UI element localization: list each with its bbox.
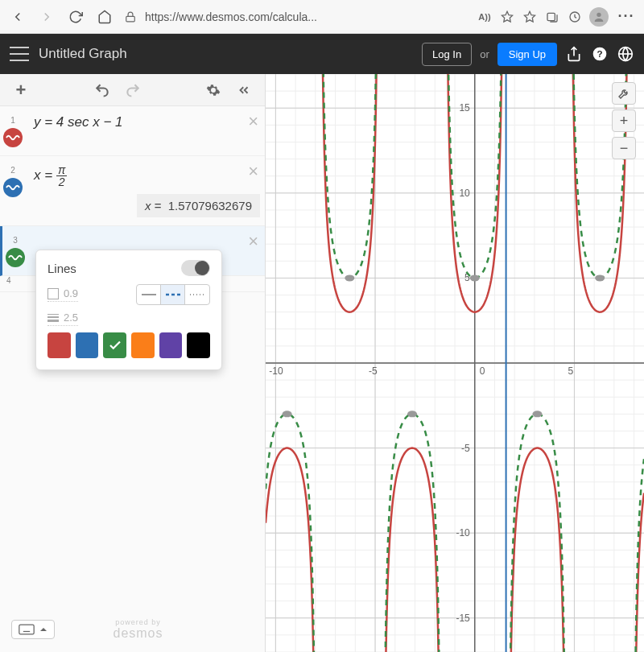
delete-expression-icon[interactable]: × xyxy=(248,113,258,130)
color-swatch-purple[interactable] xyxy=(159,332,183,358)
svg-text:?: ? xyxy=(597,48,602,59)
color-swatch-green[interactable] xyxy=(103,332,126,358)
color-swatch-red[interactable] xyxy=(47,332,71,358)
color-swatch-row xyxy=(47,332,210,358)
svg-marker-1 xyxy=(502,11,512,22)
svg-rect-0 xyxy=(126,16,135,21)
zoom-out-button[interactable]: − xyxy=(612,137,636,159)
line-style-popover: Lines 0.9 2.5 xyxy=(35,250,222,370)
add-expression-button[interactable]: + xyxy=(10,79,32,101)
more-menu-button[interactable]: ··· xyxy=(615,6,638,28)
help-icon[interactable]: ? xyxy=(591,45,609,63)
read-aloud-icon[interactable]: A)) xyxy=(477,9,493,25)
favorite-star-icon[interactable] xyxy=(499,9,515,25)
expression-row[interactable]: 1 y = 4 sec x − 1 × xyxy=(0,106,265,156)
collapse-sidebar-button[interactable] xyxy=(233,79,255,101)
line-style-solid[interactable] xyxy=(137,285,161,304)
expression-number: 3 xyxy=(13,236,18,245)
expression-number: 1 xyxy=(10,116,15,125)
home-button[interactable] xyxy=(93,6,116,28)
language-icon[interactable] xyxy=(617,45,634,63)
svg-rect-14 xyxy=(19,625,34,634)
keyboard-button[interactable] xyxy=(11,620,55,639)
color-swatch-orange[interactable] xyxy=(131,332,155,358)
expression-visibility-icon[interactable] xyxy=(3,178,23,197)
url-text[interactable]: https://www.desmos.com/calcula... xyxy=(145,10,470,23)
line-weight-field[interactable]: 2.5 xyxy=(47,312,78,326)
line-style-dashed[interactable] xyxy=(161,285,185,304)
history-icon[interactable] xyxy=(567,9,583,25)
profile-avatar[interactable] xyxy=(589,7,609,27)
zoom-in-button[interactable]: + xyxy=(612,109,636,132)
hamburger-menu-icon[interactable] xyxy=(10,47,29,61)
graph-settings-wrench-icon[interactable] xyxy=(612,82,636,105)
browser-toolbar: https://www.desmos.com/calcula... A)) ··… xyxy=(0,0,644,34)
undo-button[interactable] xyxy=(91,79,114,101)
expression-sidebar: + 1 y = 4 sec x − 1 × 2 x = π2x = 1.5707… xyxy=(0,74,266,652)
expression-toolbar: + xyxy=(0,74,265,106)
expression-visibility-icon[interactable] xyxy=(6,248,25,267)
expression-input[interactable]: x = π2x = 1.57079632679 xyxy=(26,164,260,217)
expression-input[interactable]: y = 4 sec x − 1 xyxy=(26,114,260,130)
expression-row[interactable]: 2 x = π2x = 1.57079632679 × xyxy=(0,156,265,226)
login-button[interactable]: Log In xyxy=(422,43,472,66)
svg-rect-3 xyxy=(547,13,555,20)
delete-expression-icon[interactable]: × xyxy=(248,233,258,250)
graph-title[interactable]: Untitled Graph xyxy=(39,46,412,62)
svg-marker-2 xyxy=(524,11,535,22)
lock-icon xyxy=(122,9,138,25)
share-icon[interactable] xyxy=(565,45,583,63)
delete-expression-icon[interactable]: × xyxy=(248,163,258,180)
or-text: or xyxy=(480,48,489,60)
lines-popover-title: Lines xyxy=(47,262,76,275)
signup-button[interactable]: Sign Up xyxy=(497,43,557,66)
graph-area[interactable]: + − xyxy=(266,74,644,652)
desmos-logo: powered bydesmos xyxy=(113,618,163,641)
color-swatch-black[interactable] xyxy=(187,332,210,358)
redo-button[interactable] xyxy=(122,79,144,101)
expression-number: 2 xyxy=(10,166,15,175)
app-header: Untitled Graph Log In or Sign Up ? xyxy=(0,34,644,74)
svg-point-5 xyxy=(597,12,601,16)
opacity-field[interactable]: 0.9 xyxy=(47,287,78,302)
forward-button[interactable] xyxy=(35,6,58,28)
line-style-dotted[interactable] xyxy=(185,285,209,304)
line-style-selector[interactable] xyxy=(136,284,210,305)
settings-gear-icon[interactable] xyxy=(202,79,225,101)
favorites-icon[interactable] xyxy=(522,9,538,25)
expression-visibility-icon[interactable] xyxy=(3,128,23,147)
collections-icon[interactable] xyxy=(544,9,560,25)
color-swatch-blue[interactable] xyxy=(76,332,99,358)
back-button[interactable] xyxy=(6,6,29,28)
refresh-button[interactable] xyxy=(64,6,87,28)
lines-visibility-toggle[interactable] xyxy=(181,260,210,276)
